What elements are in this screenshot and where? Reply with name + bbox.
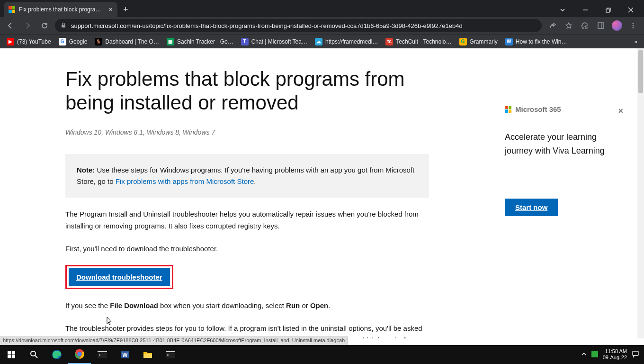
bookmark-item[interactable]: WHow to fix the Win…	[505, 38, 567, 46]
system-tray: 11:58 AM 09-Aug-22	[581, 348, 644, 361]
browser-titlebar: Fix problems that block programs… × +	[0, 0, 644, 17]
vertical-scrollbar[interactable]	[637, 48, 644, 338]
tray-clock[interactable]: 11:58 AM 09-Aug-22	[603, 348, 627, 361]
status-bar: https://download.microsoft.com/download/…	[0, 337, 348, 345]
svg-rect-2	[598, 23, 604, 28]
svg-rect-12	[98, 351, 107, 352]
taskbar-edge-icon[interactable]	[45, 345, 68, 364]
note-label: Note:	[77, 166, 95, 174]
svg-rect-19	[633, 351, 638, 355]
page-viewport: Fix problems that block programs from be…	[0, 48, 637, 338]
side-panel-icon[interactable]	[596, 20, 606, 31]
body-paragraph: The troubleshooter provides steps for yo…	[65, 322, 429, 338]
svg-point-4	[633, 25, 634, 27]
taskbar-chrome-icon[interactable]	[68, 345, 91, 364]
url-text: support.microsoft.com/en-us/topic/fix-pr…	[71, 22, 463, 29]
svg-rect-0	[606, 9, 609, 12]
lock-icon	[61, 22, 66, 29]
browser-toolbar: support.microsoft.com/en-us/topic/fix-pr…	[0, 17, 644, 34]
forward-button[interactable]	[21, 19, 34, 32]
address-bar[interactable]: support.microsoft.com/en-us/topic/fix-pr…	[55, 19, 542, 32]
svg-rect-17	[166, 351, 175, 352]
window-close-button[interactable]	[620, 3, 641, 17]
tab-favicon-ms-icon	[9, 6, 15, 13]
extensions-icon[interactable]	[580, 20, 590, 31]
bookmark-item[interactable]: tcTechCult - Technolo…	[385, 38, 451, 46]
microsoft-logo-icon	[505, 106, 511, 113]
start-button[interactable]	[0, 345, 23, 364]
download-highlight-box: Download troubleshooter	[65, 265, 173, 289]
scrollbar-thumb[interactable]	[638, 50, 643, 93]
body-paragraph: First, you'll need to download the troub…	[65, 243, 429, 255]
bookmark-item[interactable]: TChat | Microsoft Tea…	[241, 38, 307, 46]
promo-card: Microsoft 365 × Accelerate your learning…	[505, 105, 609, 216]
svg-rect-15	[143, 354, 152, 358]
browser-tab[interactable]: Fix problems that block programs… ×	[4, 2, 117, 17]
bookmark-star-icon[interactable]	[564, 20, 574, 31]
svg-rect-18	[591, 351, 598, 357]
bookmark-item[interactable]: GGoogle	[59, 38, 88, 46]
tray-chevron-icon[interactable]	[581, 351, 587, 358]
promo-cta-button[interactable]: Start now	[505, 199, 558, 216]
tab-close-icon[interactable]: ×	[109, 6, 113, 13]
browser-menu-icon[interactable]	[628, 20, 638, 31]
taskbar-cmd-icon[interactable]	[91, 345, 114, 364]
taskbar-explorer-icon[interactable]	[136, 345, 159, 364]
bookmarks-overflow-icon[interactable]: »	[634, 38, 637, 45]
promo-close-icon[interactable]: ×	[618, 106, 623, 116]
svg-text:W: W	[122, 352, 128, 358]
body-paragraph: If you see the File Download box when yo…	[65, 300, 429, 312]
svg-rect-1	[62, 25, 65, 27]
svg-point-3	[633, 23, 634, 24]
bookmark-item[interactable]: ▦Sachin Tracker - Go…	[167, 38, 233, 46]
new-tab-button[interactable]: +	[117, 2, 134, 17]
bookmark-item[interactable]: ☁https://framedmedi…	[315, 38, 378, 46]
reload-button[interactable]	[38, 19, 51, 32]
taskbar-word-icon[interactable]: W	[114, 345, 136, 364]
download-troubleshooter-button[interactable]: Download troubleshooter	[69, 268, 170, 286]
svg-point-5	[633, 27, 634, 28]
bookmark-item[interactable]: ▶(73) YouTube	[7, 38, 51, 46]
page-title: Fix problems that block programs from be…	[65, 67, 435, 115]
tab-title: Fix problems that block programs…	[19, 6, 105, 13]
share-icon[interactable]	[547, 20, 558, 31]
windows-taskbar: W 11:58 AM 09-Aug-22	[0, 345, 644, 364]
window-maximize-button[interactable]	[598, 3, 618, 17]
note-callout: Note: Use these steps for Windows progra…	[65, 154, 429, 198]
svg-point-10	[78, 353, 81, 356]
note-link[interactable]: Fix problems with apps from Microsoft St…	[116, 177, 254, 185]
taskbar-search-icon[interactable]	[23, 345, 45, 364]
bookmarks-bar: ▶(73) YouTube GGoogle 🦌Dashboard | The O…	[0, 34, 644, 48]
promo-text: Accelerate your learning journey with Vi…	[505, 130, 609, 158]
bookmark-item[interactable]: 🦌Dashboard | The O…	[95, 38, 159, 46]
profile-avatar[interactable]	[612, 20, 622, 31]
tray-notifications-icon[interactable]	[632, 350, 639, 359]
body-paragraph: The Program Install and Uninstall troubl…	[65, 208, 429, 232]
tray-app-icon[interactable]	[591, 351, 598, 358]
bookmark-item[interactable]: GGrammarly	[459, 38, 498, 46]
window-chevron-icon[interactable]	[552, 3, 573, 17]
window-minimize-button[interactable]	[575, 3, 596, 17]
promo-brand: Microsoft 365 ×	[505, 105, 609, 113]
svg-point-6	[31, 351, 36, 356]
back-button[interactable]	[4, 19, 17, 32]
taskbar-cmd-icon[interactable]	[159, 345, 182, 364]
